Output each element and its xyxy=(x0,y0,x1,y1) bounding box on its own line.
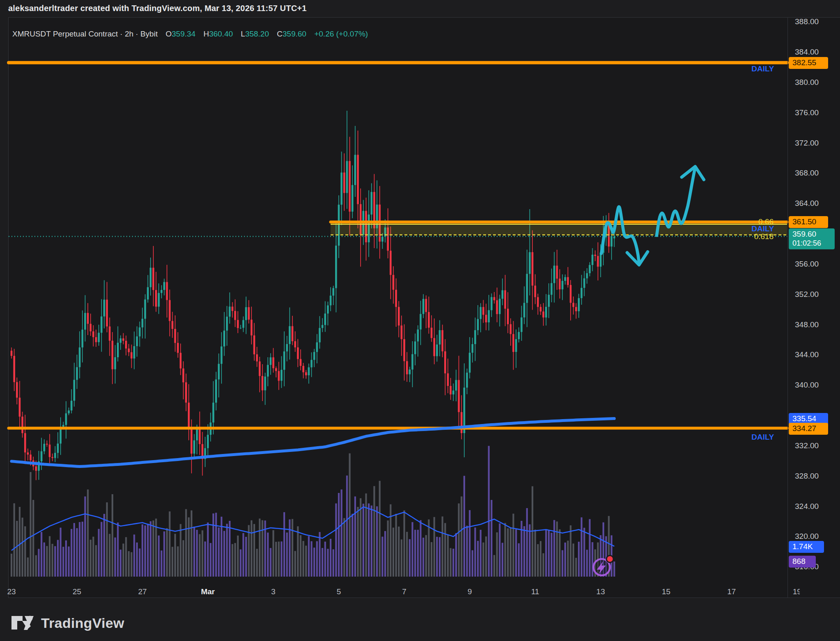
tradingview-logo[interactable]: TradingView xyxy=(11,615,124,631)
x-axis-tick[interactable]: 15 xyxy=(662,587,670,596)
y-axis-tick[interactable]: 340.00 xyxy=(795,381,819,389)
x-axis-tick[interactable]: 23 xyxy=(7,587,16,596)
x-axis-tick[interactable]: 11 xyxy=(531,587,539,596)
fib-0618-label: 0.618 xyxy=(741,232,774,241)
x-axis-tick[interactable]: 13 xyxy=(596,587,605,596)
symbol-header: XMRUSDT Perpetual Contract · 2h · Bybit … xyxy=(12,30,368,39)
badge-daily-low: 334.27 xyxy=(789,423,828,435)
low-value: 358.20 xyxy=(245,30,269,38)
y-axis-tick[interactable]: 344.00 xyxy=(795,350,819,359)
change-value: +0.26 (+0.07%) xyxy=(314,30,368,38)
y-axis-tick[interactable]: 356.00 xyxy=(795,260,819,268)
badge-volume-cur: 868 xyxy=(789,556,816,568)
y-axis-tick[interactable]: 320.00 xyxy=(795,532,819,541)
y-axis-tick[interactable]: 384.00 xyxy=(795,48,819,56)
daily-label-top: DAILY xyxy=(751,64,774,73)
y-axis-tick[interactable]: 364.00 xyxy=(795,199,819,208)
x-axis-tick[interactable]: 27 xyxy=(138,587,147,596)
badge-fib-066: 361.50 xyxy=(789,216,828,228)
open-value: 359.34 xyxy=(172,30,196,38)
price-levels xyxy=(9,63,787,428)
badge-last-price: 359.60 01:02:56 xyxy=(789,228,835,249)
x-axis-tick[interactable]: 7 xyxy=(402,587,406,596)
y-axis-tick[interactable]: 324.00 xyxy=(795,502,819,511)
badge-volume-ma: 1.74K xyxy=(789,541,824,553)
y-axis-tick[interactable]: 376.00 xyxy=(795,108,819,117)
high-label: H xyxy=(203,30,209,38)
x-axis-tick[interactable]: 19 xyxy=(793,587,801,596)
moving-average-lines xyxy=(9,236,787,550)
hand-drawn-annotations[interactable] xyxy=(601,167,704,265)
y-axis-tick[interactable]: 372.00 xyxy=(795,139,819,147)
close-label: C xyxy=(277,30,283,38)
x-axis-tick[interactable]: 25 xyxy=(73,587,81,596)
x-axis-tick[interactable]: 9 xyxy=(468,587,472,596)
flash-order-button[interactable] xyxy=(593,556,614,576)
daily-label-bottom: DAILY xyxy=(751,433,774,442)
symbol-title: XMRUSDT Perpetual Contract · 2h · Bybit xyxy=(12,30,158,38)
y-axis-tick[interactable]: 328.00 xyxy=(795,472,819,480)
golden-pocket-band xyxy=(331,224,787,235)
low-label: L xyxy=(241,30,245,38)
close-value: 359.60 xyxy=(283,30,306,38)
candle-countdown: 01:02:56 xyxy=(792,239,831,248)
x-axis-tick[interactable]: 5 xyxy=(337,587,341,596)
y-axis-tick[interactable]: 352.00 xyxy=(795,290,819,299)
axis-labels[interactable]: 388.00384.00380.00376.00372.00368.00364.… xyxy=(7,17,819,598)
y-axis-tick[interactable]: 348.00 xyxy=(795,320,819,329)
y-axis-tick[interactable]: 368.00 xyxy=(795,169,819,177)
chart-canvas[interactable]: 388.00384.00380.00376.00372.00368.00364.… xyxy=(0,0,840,641)
tradingview-logo-text: TradingView xyxy=(41,615,124,631)
tradingview-screenshot: aleksanderltrader created with TradingVi… xyxy=(0,0,840,641)
x-axis-tick[interactable]: 3 xyxy=(271,587,276,596)
badge-daily-high: 382.55 xyxy=(789,57,828,69)
last-price-value: 359.60 xyxy=(792,230,831,239)
y-axis-tick[interactable]: 332.00 xyxy=(795,441,819,450)
notification-dot xyxy=(607,556,614,563)
y-axis-tick[interactable]: 388.00 xyxy=(795,17,819,26)
candlestick-series xyxy=(11,111,615,480)
x-axis-tick[interactable]: Mar xyxy=(201,587,215,596)
tradingview-logo-icon xyxy=(11,615,35,631)
open-label: O xyxy=(166,30,172,38)
price-ma-line xyxy=(11,419,614,467)
x-axis-tick[interactable]: 17 xyxy=(727,587,736,596)
y-axis-tick[interactable]: 380.00 xyxy=(795,78,819,87)
high-value: 360.40 xyxy=(209,30,233,38)
